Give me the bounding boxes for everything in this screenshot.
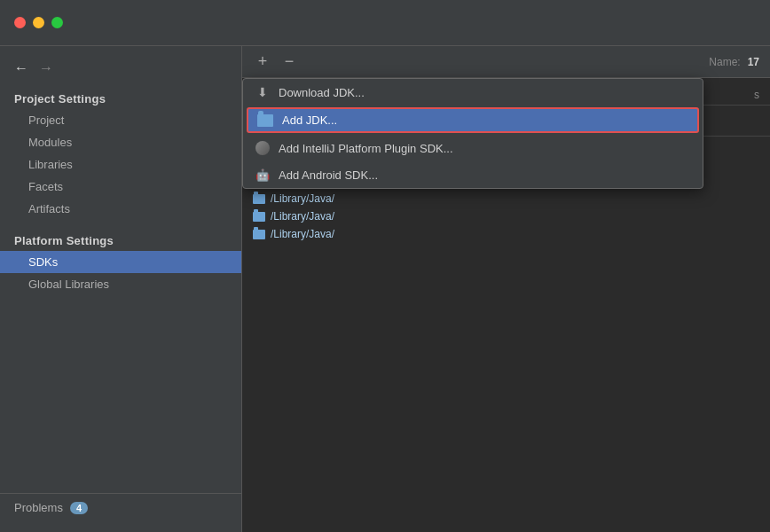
android-icon: 🤖 [255,168,270,182]
content-toolbar: + − Name: 17 [242,46,770,78]
close-button[interactable] [14,17,26,28]
problems-label: Problems [14,501,63,514]
path-text: /Library/Java/ [271,192,334,205]
sidebar-item-artifacts[interactable]: Artifacts [0,198,241,220]
platform-settings-title: Platform Settings [0,229,241,251]
minimize-button[interactable] [33,17,44,28]
sidebar-item-sdks[interactable]: SDKs [0,251,241,273]
folder-icon [257,114,273,127]
folder-icon [253,230,265,239]
dropdown-overlay: ⬇ Download JDK... Add JDK... Add Intelli… [242,46,770,532]
folder-icon [253,194,265,204]
add-android-label: Add Android SDK... [279,168,378,182]
download-icon: ⬇ [255,85,270,99]
dropdown-item-add-jdk[interactable]: Add JDK... [247,107,699,133]
sidebar-item-libraries[interactable]: Libraries [0,153,241,176]
sidebar-item-facets[interactable]: Facets [0,176,241,198]
list-item[interactable]: /Library/Java/ [242,225,770,243]
nav-arrows: ← → [0,57,241,87]
list-item[interactable]: /Library/Java/ [242,207,770,225]
maximize-button[interactable] [51,17,63,28]
sidebar-item-project[interactable]: Project [0,109,241,131]
problems-bar[interactable]: Problems 4 [0,493,241,521]
add-sdk-button[interactable]: + [253,52,272,72]
sidebar-item-modules[interactable]: Modules [0,131,241,153]
remove-sdk-button[interactable]: − [279,52,299,72]
forward-arrow[interactable]: → [39,60,53,76]
dropdown-item-download-jdk[interactable]: ⬇ Download JDK... [243,79,703,106]
main-layout: ← → Project Settings Project Modules Lib… [0,46,770,532]
titlebar [0,0,770,46]
problems-badge: 4 [70,502,88,514]
project-settings-title: Project Settings [0,87,241,109]
dropdown-item-add-intellij[interactable]: Add IntelliJ Platform Plugin SDK... [243,135,703,161]
add-jdk-label: Add JDK... [282,113,337,127]
intellij-icon [255,141,270,155]
dropdown-item-add-android[interactable]: 🤖 Add Android SDK... [243,161,703,188]
name-label: Name: [709,56,740,68]
path-text: /Library/Java/ [271,210,334,223]
content-area: + − Name: 17 classpath: s + − /Library/J… [242,46,770,532]
add-intellij-label: Add IntelliJ Platform Plugin SDK... [279,142,453,155]
page-num: 17 [748,56,759,68]
download-jdk-label: Download JDK... [279,86,365,99]
sidebar-item-global-libraries[interactable]: Global Libraries [0,273,241,295]
sourcepath-label: s [754,89,759,101]
list-item[interactable]: /Library/Java/ [242,190,770,207]
back-arrow[interactable]: ← [14,60,28,76]
folder-icon [253,212,265,222]
path-text: /Library/Java/ [271,228,334,240]
sidebar: ← → Project Settings Project Modules Lib… [0,46,242,532]
dropdown-popup: ⬇ Download JDK... Add JDK... Add Intelli… [242,78,703,189]
